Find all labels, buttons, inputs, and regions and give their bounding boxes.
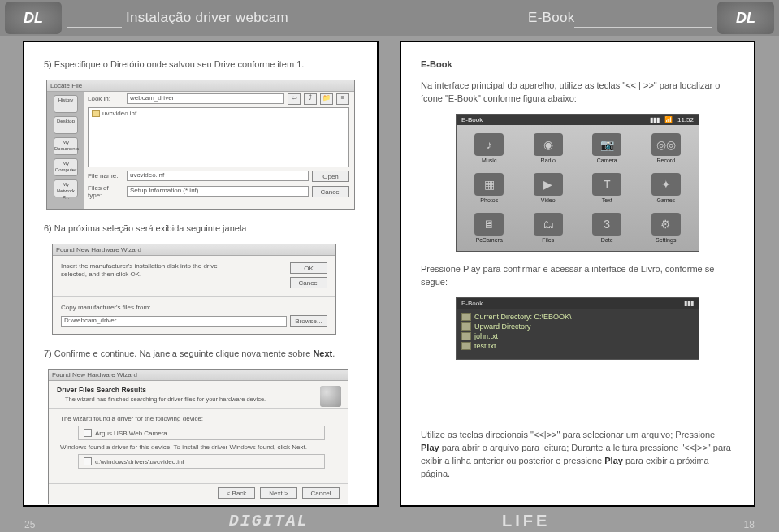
wizard2-line1: The wizard found a driver for the follow… [60, 415, 336, 422]
app-camera[interactable]: 📷Camera [579, 130, 635, 167]
sidebar-mycomputer[interactable]: My Computer [54, 158, 78, 176]
app-date[interactable]: 3Date [579, 210, 635, 246]
cancel-button[interactable]: Cancel [302, 487, 340, 499]
header-rule-left [67, 26, 122, 28]
locate-file-dialog: Locate File History Desktop My Documents… [46, 80, 355, 210]
date-icon: 3 [592, 213, 621, 236]
radio-icon: ◉ [534, 133, 563, 156]
wizard1-text2: Copy manufacturer's files from: [61, 304, 240, 312]
device-icon [84, 429, 92, 437]
ok-button[interactable]: OK [290, 262, 327, 274]
wizard2-subheader: The wizard has finished searching for dr… [65, 396, 311, 403]
filename-input[interactable]: uvcvideo.inf [127, 171, 309, 181]
file-row[interactable]: john.txt [461, 331, 694, 341]
games-icon: ✦ [651, 173, 681, 196]
files-icon: 🗂 [534, 213, 563, 236]
app-text[interactable]: TText [579, 170, 635, 206]
app-video[interactable]: ▶Video [521, 170, 577, 206]
pccamera-icon: 🖥 [474, 213, 504, 236]
places-sidebar: History Desktop My Documents My Computer… [47, 92, 84, 209]
device-name: Argus USB Web Camera [95, 430, 167, 437]
path-input[interactable]: D:\webcam_driver [61, 316, 287, 327]
folder-icon [461, 313, 471, 321]
current-dir-row: Current Directory: C:\EBOOK\ [461, 312, 694, 322]
folder-up-icon [461, 322, 471, 331]
music-icon: ♪ [474, 133, 504, 156]
manual-page-right: E-Book Na interface principal do aparelh… [400, 41, 755, 507]
header-rule-right [574, 26, 712, 28]
page-footer: 25 DIGITAL LIFE 18 [0, 512, 779, 530]
sidebar-desktop[interactable]: Desktop [54, 116, 78, 134]
cancel-button[interactable]: Cancel [290, 277, 327, 288]
next-button[interactable]: Next > [260, 487, 297, 499]
app-photos[interactable]: ▦Photos [461, 170, 517, 206]
settings-icon: ⚙ [651, 213, 681, 236]
status-title: E-Book [461, 116, 483, 123]
camera-icon: 📷 [592, 133, 621, 156]
app-record[interactable]: ◎◎Record [638, 130, 695, 167]
newfolder-icon[interactable]: 📁 [320, 93, 333, 105]
sidebar-mydocs[interactable]: My Documents [54, 137, 78, 155]
ebook-heading: E-Book [421, 58, 734, 71]
brand-digital: DIGITAL [229, 512, 309, 530]
lookin-dropdown[interactable]: webcam_driver [127, 93, 284, 104]
cancel-button[interactable]: Cancel [312, 186, 349, 197]
logo-right [717, 2, 774, 34]
file-row[interactable]: test.txt [461, 341, 694, 351]
step-7-text: 7) Confirme e continue. Na janela seguin… [44, 348, 357, 361]
filename-label: File name: [88, 172, 123, 179]
photos-icon: ▦ [474, 173, 504, 196]
open-button[interactable]: Open [312, 171, 349, 182]
ebook-instructions: Utilize as teclas direcionais "<<|>>" pa… [421, 429, 734, 481]
app-radio[interactable]: ◉Radio [521, 130, 577, 167]
ebook-para2: Pressione Play para confirmar e acessar … [421, 263, 734, 289]
hardware-wizard-dialog-1: Found New Hardware Wizard Insert the man… [52, 244, 336, 335]
device-main-menu-screenshot: E-Book ▮▮▮ 📶 11:52 ♪Music ◉Radio 📷Camera… [456, 114, 699, 252]
sidebar-network[interactable]: My Network P... [54, 179, 78, 197]
wizard1-title: Found New Hardware Wizard [53, 244, 335, 256]
browse-button[interactable]: Browse... [290, 315, 327, 327]
back-icon[interactable]: ⇦ [288, 93, 301, 105]
filetype-label: Files of type: [88, 184, 123, 199]
device-ebook-browser-screenshot: E-Book ▮▮▮ Current Directory: C:\EBOOK\ … [456, 297, 699, 360]
device-result-box: Argus USB Web Camera [78, 426, 325, 440]
inf-file-icon [84, 457, 92, 465]
up-icon[interactable]: ⤴ [304, 93, 317, 105]
driver-path: c:\windows\drivers\uvcvideo.inf [95, 458, 184, 465]
lookin-label: Look in: [88, 95, 123, 102]
txt-file-icon [461, 332, 471, 340]
app-settings[interactable]: ⚙Settings [638, 210, 695, 246]
up-dir-row[interactable]: Upward Directory [461, 322, 694, 331]
manual-page-left: 5) Especifique o Diretório onde salvou s… [23, 41, 379, 507]
wizard2-line2: Windows found a driver for this device. … [60, 443, 336, 451]
file-item[interactable]: uvcvideo.inf [102, 110, 136, 117]
record-icon: ◎◎ [651, 133, 681, 156]
battery-icon: ▮▮▮ [684, 300, 694, 307]
wizard2-title: Found New Hardware Wizard [49, 370, 348, 381]
sidebar-history[interactable]: History [54, 95, 78, 113]
app-games[interactable]: ✦Games [638, 170, 695, 206]
page-number-right: 18 [744, 519, 755, 530]
view-icon[interactable]: ≡ [336, 93, 349, 105]
step-6-text: 6) Na próxima seleção será exibida segui… [44, 223, 357, 236]
status-title: E-Book [461, 300, 483, 307]
brand-life: LIFE [502, 512, 550, 530]
wizard1-text1: Insert the manufacturer's installation d… [61, 262, 240, 279]
app-files[interactable]: 🗂Files [521, 210, 577, 246]
header-title-left: Instalação driver webcam [126, 10, 288, 26]
hardware-wizard-dialog-2: Found New Hardware Wizard Driver Files S… [48, 369, 348, 504]
wizard-device-icon [320, 386, 341, 407]
filetype-dropdown[interactable]: Setup Information (*.inf) [127, 186, 309, 197]
page-header: Instalação driver webcam E-Book [0, 0, 779, 36]
file-list-area[interactable]: uvcvideo.inf [88, 107, 349, 167]
page-number-left: 25 [24, 519, 35, 530]
app-music[interactable]: ♪Music [461, 130, 517, 167]
wizard2-header: Driver Files Search Results [57, 386, 311, 394]
logo-left [5, 2, 62, 34]
step-5-text: 5) Especifique o Diretório onde salvou s… [44, 58, 357, 71]
back-button[interactable]: < Back [218, 487, 255, 499]
txt-file-icon [461, 342, 471, 350]
text-icon: T [592, 173, 621, 196]
app-pccamera[interactable]: 🖥PcCamera [461, 210, 517, 246]
ebook-intro: Na interface principal do aparelho, util… [421, 80, 734, 106]
